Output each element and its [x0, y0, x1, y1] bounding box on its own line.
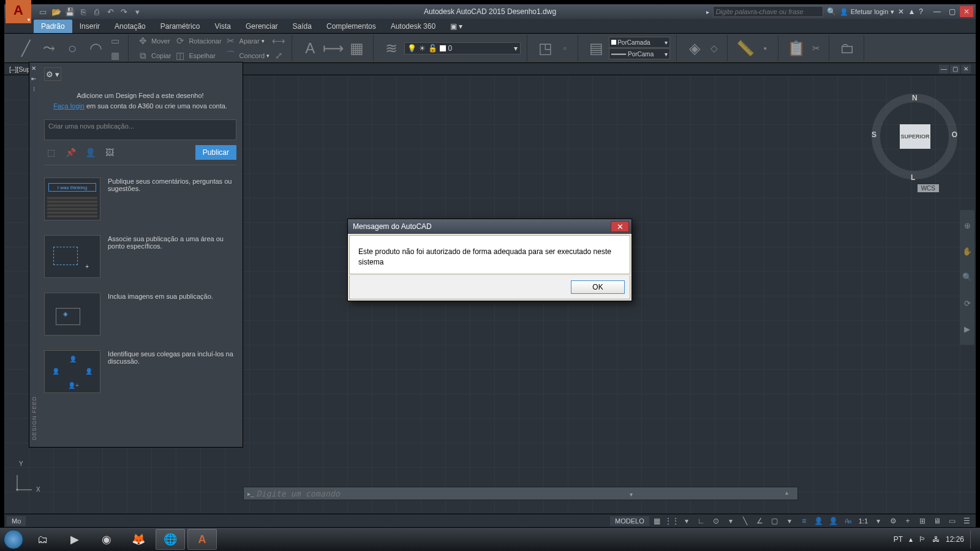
clean-icon[interactable]: ▭	[945, 515, 959, 527]
mirror-icon[interactable]: ◫	[173, 49, 187, 62]
table-icon[interactable]: ▦	[346, 38, 367, 59]
pin-icon[interactable]: 📌	[64, 146, 77, 159]
scale-icon[interactable]: ⤢	[272, 49, 285, 62]
taskbar-chrome-icon[interactable]: 🌐	[156, 529, 185, 550]
taskbar-autocad-icon[interactable]: A	[187, 529, 217, 550]
taskbar-steam-icon[interactable]: ◉	[92, 529, 121, 550]
orbit-icon[interactable]: ⟳	[964, 299, 971, 308]
layer-dropdown[interactable]: 💡☀ 🔓 0 ▾	[404, 42, 521, 54]
group-icon[interactable]: ◈	[684, 38, 705, 59]
app-logo[interactable]: A	[6, 0, 31, 23]
tab-padrao[interactable]: Padrão	[34, 20, 72, 33]
paste-icon[interactable]: 📋	[786, 38, 807, 59]
close-icon[interactable]: ✕	[960, 6, 973, 17]
linetype-dropdown[interactable]: ━━━━ PorCama▾	[609, 48, 670, 59]
tag-person-icon[interactable]: 👤	[83, 146, 97, 159]
open-icon[interactable]: 📂	[51, 6, 62, 17]
ortho-icon[interactable]: ∟	[695, 515, 708, 527]
showmotion-icon[interactable]: ▶	[964, 324, 970, 334]
tab-complementos[interactable]: Complementos	[319, 20, 383, 33]
polyline-icon[interactable]: ⤳	[39, 38, 59, 59]
viewcube[interactable]: SUPERIOR N S O L	[872, 94, 957, 179]
model-tab[interactable]: Mo	[7, 516, 26, 526]
text-icon[interactable]: A	[300, 38, 320, 59]
arc-icon[interactable]: ◠	[85, 38, 106, 59]
tray-clock[interactable]: 12:26	[946, 535, 964, 544]
tray-lang[interactable]: PT	[894, 535, 903, 544]
isodraft-icon[interactable]: ╲	[739, 515, 752, 527]
grid-icon[interactable]: ▦	[650, 515, 664, 527]
gear-icon[interactable]: ⚙	[886, 515, 900, 527]
person1-icon[interactable]: 👤	[812, 515, 826, 527]
modelo-label[interactable]: MODELO	[610, 516, 649, 526]
palette-opts-icon[interactable]: ⁝	[33, 86, 35, 92]
scale-dd-icon[interactable]: ▾	[872, 515, 885, 527]
tab-parametrico[interactable]: Paramétrico	[153, 20, 208, 33]
line-icon[interactable]: ╱	[15, 38, 36, 59]
polar-icon[interactable]: ⊙	[709, 515, 723, 527]
show-desktop-button[interactable]	[970, 530, 975, 549]
redo-icon[interactable]: ↷	[118, 6, 129, 17]
wcs-label[interactable]: WCS	[918, 184, 939, 192]
taskbar-media-icon[interactable]: ▶	[60, 529, 89, 550]
layer-props-icon[interactable]: ≋	[381, 38, 402, 59]
taskbar-firefox-icon[interactable]: 🦊	[124, 529, 153, 550]
customize-icon[interactable]: ☰	[960, 515, 973, 527]
rect-icon[interactable]: ▭	[108, 34, 122, 48]
view-base-icon[interactable]: 🗀	[837, 38, 858, 59]
ucs-icon[interactable]	[15, 473, 34, 492]
dialog-close-icon[interactable]: ✕	[611, 221, 629, 232]
command-input[interactable]	[257, 489, 785, 498]
tab-vista[interactable]: Vista	[207, 20, 238, 33]
copy-icon[interactable]: ⧉	[136, 49, 149, 62]
tray-flag-icon[interactable]: ▴	[909, 535, 913, 544]
pan-icon[interactable]: ✋	[962, 247, 972, 256]
scale-ratio[interactable]: 1:1	[856, 517, 870, 525]
new-icon[interactable]: ▭	[37, 6, 48, 17]
cmd-dropdown-icon[interactable]: ▾	[630, 491, 633, 498]
start-button[interactable]	[0, 528, 27, 551]
plus-icon[interactable]: +	[901, 515, 914, 527]
osnap-dd-icon[interactable]: ▾	[783, 515, 796, 527]
dialog-ok-button[interactable]: OK	[571, 280, 625, 294]
doc-maximize-icon[interactable]: ▢	[950, 65, 960, 73]
tab-autodesk360[interactable]: Autodesk 360	[383, 20, 443, 33]
fillet-icon[interactable]: ⌒	[224, 49, 238, 62]
osnap-icon[interactable]: ▢	[768, 515, 782, 527]
fullnav-icon[interactable]: ⊕	[964, 221, 971, 230]
move-icon[interactable]: ✥	[136, 34, 149, 48]
taskbar-explorer-icon[interactable]: 🗂	[28, 529, 58, 550]
hatch-icon[interactable]: ▦	[108, 49, 122, 62]
cmd-history-icon[interactable]: ▴	[785, 489, 794, 498]
a360-icon[interactable]: ▲	[908, 7, 915, 16]
polar-dd-icon[interactable]: ▾	[724, 515, 737, 527]
doc-minimize-icon[interactable]: —	[939, 65, 949, 73]
palette-settings-button[interactable]: ⚙ ▾	[44, 67, 61, 81]
palette-tab-label[interactable]: DESIGN FEED	[31, 396, 37, 440]
clip-icon[interactable]: ✂	[809, 42, 823, 55]
save-icon[interactable]: 💾	[64, 6, 75, 17]
tab-gerenciar[interactable]: Gerenciar	[238, 20, 285, 33]
new-post-input[interactable]: Criar uma nova publicação...	[44, 119, 236, 140]
help-icon[interactable]: ?	[919, 7, 923, 16]
minimize-icon[interactable]: —	[930, 6, 944, 17]
zoom-icon[interactable]: 🔍	[962, 272, 972, 282]
plot-icon[interactable]: ⎙	[91, 6, 102, 17]
snap-icon[interactable]: ⋮⋮	[665, 515, 679, 527]
monitor-icon[interactable]: 🖥	[930, 515, 944, 527]
tab-inserir[interactable]: Inserir	[72, 20, 107, 33]
command-line[interactable]: ▸_ ▴	[243, 487, 798, 500]
keyword-search-input[interactable]	[713, 6, 823, 17]
tab-anotacao[interactable]: Anotação	[107, 20, 153, 33]
sign-in-button[interactable]: 👤Efetuar login ▾	[840, 8, 895, 16]
tray-action-icon[interactable]: 🏳	[919, 535, 926, 544]
select-area-icon[interactable]: ⬚	[44, 146, 58, 159]
exchange-icon[interactable]: ✕	[898, 7, 904, 16]
viewcube-face[interactable]: SUPERIOR	[900, 124, 930, 149]
tab-apps[interactable]: ▣ ▾	[443, 20, 470, 33]
rotate-icon[interactable]: ⟳	[173, 34, 187, 48]
ungroup-icon[interactable]: ◇	[707, 42, 721, 55]
saveas-icon[interactable]: ⎘	[78, 6, 89, 17]
annoscale-icon[interactable]: 🗛	[842, 515, 855, 527]
block-create-icon[interactable]: ▫	[558, 42, 571, 55]
